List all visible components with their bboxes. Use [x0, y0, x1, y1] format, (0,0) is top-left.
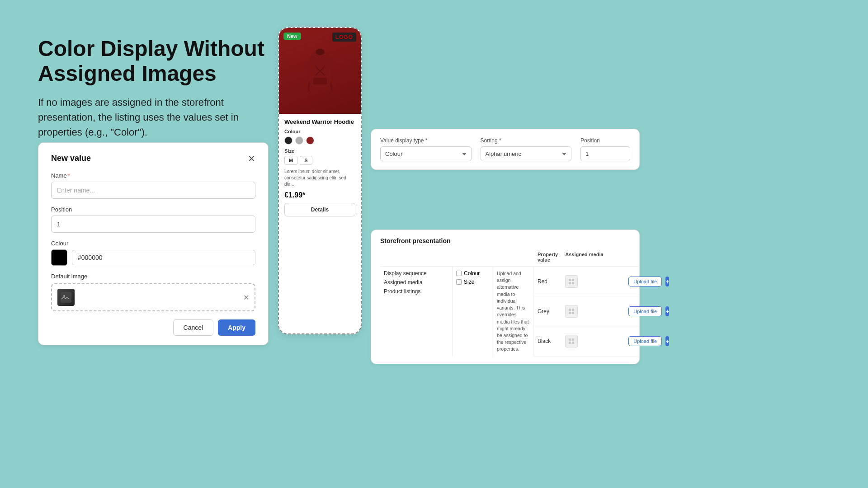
phone-size-label: Size: [284, 148, 355, 154]
sorting-label: Sorting *: [481, 137, 572, 144]
svg-rect-5: [313, 78, 327, 84]
color-dot-grey[interactable]: [295, 136, 303, 145]
name-field-group: Name*: [51, 172, 255, 206]
sorting-select[interactable]: Alphanumeric Manual By value: [481, 146, 572, 161]
bottom-right-panel: Storefront presentation Property value A…: [371, 230, 640, 364]
colour-label: Colour: [51, 240, 255, 247]
phone-price: €1.99*: [284, 191, 355, 199]
svg-point-2: [316, 49, 325, 55]
size-s-button[interactable]: S: [300, 156, 312, 165]
phone-mockup: New LOGO Weekend Warrior Hoodie Colour: [278, 27, 362, 334]
black-more-button[interactable]: +: [665, 336, 669, 346]
value-display-type-label: Value display type *: [380, 137, 472, 144]
red-property-cell: Red: [534, 267, 561, 296]
image-thumbnail: [57, 289, 75, 306]
sub-description: If no images are assigned in the storefr…: [38, 95, 273, 140]
col-header-empty2: [453, 250, 493, 267]
colour-row: [51, 249, 255, 266]
black-upload-button[interactable]: Upload file: [628, 336, 662, 346]
storefront-title: Storefront presentation: [380, 237, 630, 244]
size-checkbox-label: Size: [464, 279, 474, 285]
phone-content: Weekend Warrior Hoodie Colour Size M S L…: [279, 114, 361, 221]
grey-property-cell: Grey: [534, 296, 561, 326]
phone-description: Lorem ipsum dolor sit amet, consetetur s…: [284, 169, 355, 188]
red-image-placeholder: [565, 275, 578, 288]
phone-size-row: M S: [284, 156, 355, 165]
red-more-button[interactable]: +: [665, 277, 669, 286]
position-input[interactable]: [51, 216, 255, 233]
default-image-field-group: Default image ✕: [51, 273, 255, 311]
phone-color-row: [284, 136, 355, 145]
left-section: Color Display Without Assigned Images If…: [38, 36, 273, 140]
storefront-grid: Property value Assigned media Display se…: [380, 250, 630, 357]
logo-box: LOGO: [332, 33, 356, 42]
col-header-property-value: Property value: [534, 250, 561, 267]
position-label-panel: Position: [580, 137, 630, 144]
position-field: Position: [580, 137, 630, 161]
close-button[interactable]: ✕: [248, 154, 255, 163]
modal-title: New value: [51, 154, 91, 163]
position-input-panel[interactable]: [580, 146, 630, 161]
col-header-empty3: [493, 250, 534, 267]
display-sequence-col: Display sequence Assigned media Product …: [380, 267, 453, 357]
color-dot-black[interactable]: [284, 136, 292, 145]
col-header-empty4: [625, 250, 638, 267]
phone-details-button[interactable]: Details: [284, 203, 355, 216]
colour-field-group: Colour: [51, 240, 255, 266]
position-field-group: Position: [51, 206, 255, 240]
name-label: Name*: [51, 172, 255, 179]
value-display-type-field: Value display type * Colour Text Image: [380, 137, 472, 161]
svg-rect-0: [61, 292, 71, 303]
phone-product-name: Weekend Warrior Hoodie: [284, 118, 355, 125]
main-heading: Color Display Without Assigned Images: [38, 36, 273, 86]
sorting-field: Sorting * Alphanumeric Manual By value: [481, 137, 572, 161]
display-seq-label: Display sequence: [384, 270, 448, 277]
red-upload-cell: Upload file +: [625, 267, 638, 296]
cancel-button[interactable]: Cancel: [173, 319, 214, 336]
colour-checkbox-label: Colour: [464, 270, 480, 277]
default-image-box[interactable]: ✕: [51, 283, 255, 311]
top-right-panel: Value display type * Colour Text Image S…: [371, 129, 640, 170]
checkboxes-col: Colour Size: [453, 267, 493, 357]
colour-swatch[interactable]: [51, 249, 67, 266]
size-checkbox-row: Size: [456, 279, 489, 285]
modal-footer: Cancel Apply: [51, 319, 255, 336]
colour-checkbox-row: Colour: [456, 270, 489, 277]
black-image-placeholder: [565, 335, 578, 347]
hoodie-svg: [300, 46, 340, 96]
position-label: Position: [51, 206, 255, 213]
image-remove-button[interactable]: ✕: [243, 293, 249, 302]
col-header-empty1: [380, 250, 453, 267]
colour-checkbox[interactable]: [456, 271, 462, 276]
grey-image-placeholder: [565, 305, 578, 318]
default-image-label: Default image: [51, 273, 255, 280]
assigned-media-label: Assigned media: [384, 279, 448, 286]
red-upload-button[interactable]: Upload file: [628, 277, 662, 286]
size-checkbox[interactable]: [456, 279, 462, 285]
panel-row: Value display type * Colour Text Image S…: [380, 137, 630, 161]
grey-media-cell: [561, 296, 625, 326]
grey-image-dots: [569, 309, 574, 314]
modal-header: New value ✕: [51, 154, 255, 163]
black-label: Black: [538, 338, 551, 344]
black-image-dots: [569, 338, 574, 344]
product-listings-label: Product listings: [384, 288, 448, 295]
red-label: Red: [538, 278, 547, 285]
name-input[interactable]: [51, 182, 255, 199]
colour-hex-input[interactable]: [72, 250, 255, 265]
grey-upload-button[interactable]: Upload file: [628, 306, 662, 316]
grey-more-button[interactable]: +: [665, 306, 669, 316]
phone-colour-label: Colour: [284, 129, 355, 134]
color-dot-red[interactable]: [306, 136, 314, 145]
value-display-type-select[interactable]: Colour Text Image: [380, 146, 472, 161]
product-image-area: New LOGO: [279, 28, 361, 114]
storefront-description: Upload and assign alternative media to i…: [497, 270, 530, 353]
apply-button[interactable]: Apply: [218, 319, 255, 336]
grey-label: Grey: [538, 308, 549, 314]
image-thumb-inner: [57, 289, 75, 306]
red-image-dots: [569, 279, 574, 284]
black-property-cell: Black: [534, 326, 561, 356]
col-header-assigned-media: Assigned media: [561, 250, 625, 267]
size-m-button[interactable]: M: [284, 156, 297, 165]
black-upload-cell: Upload file +: [625, 326, 638, 356]
